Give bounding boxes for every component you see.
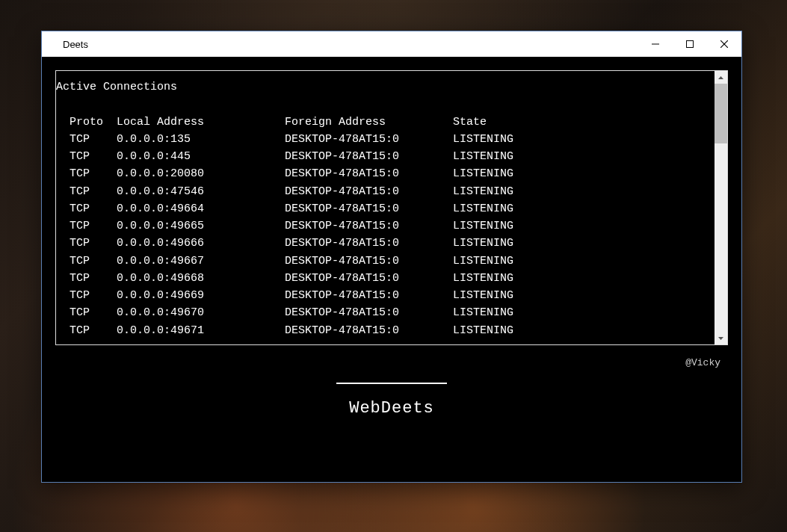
app-window: Deets Active Connections Proto Local Add… [41,31,742,483]
window-controls [638,31,741,57]
chevron-down-icon [718,337,723,340]
svg-rect-1 [687,41,694,48]
minimize-icon [652,40,659,48]
close-button[interactable] [707,31,741,57]
maximize-icon [686,40,694,48]
window-content: Active Connections Proto Local Address F… [42,57,741,482]
maximize-button[interactable] [673,31,707,57]
svg-marker-5 [718,337,723,340]
terminal-text[interactable]: Active Connections Proto Local Address F… [56,71,715,344]
titlebar[interactable]: Deets [42,31,741,57]
close-icon [720,40,728,48]
divider-line [336,383,447,384]
terminal-output: Active Connections Proto Local Address F… [55,70,728,345]
window-title: Deets [63,39,638,50]
scroll-up-button[interactable] [715,71,727,84]
scroll-down-button[interactable] [715,332,727,344]
scroll-thumb[interactable] [715,84,727,143]
chevron-up-icon [718,76,723,79]
brand-title: WebDeets [349,399,434,418]
credit-label: @Vicky [685,357,720,368]
vertical-scrollbar[interactable] [715,71,727,344]
svg-marker-4 [718,76,723,79]
scroll-track[interactable] [715,84,727,332]
minimize-button[interactable] [638,31,673,57]
